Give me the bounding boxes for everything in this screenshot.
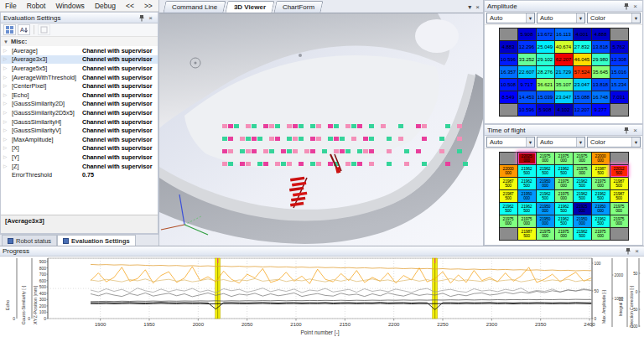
expander-icon[interactable]: ▷ — [3, 163, 7, 168]
property-row[interactable]: ▷[GaussSimilarity2D]Channel with supervi… — [1, 100, 158, 109]
expander-icon[interactable]: ▷ — [3, 154, 7, 159]
property-value[interactable]: Channel with supervisor — [82, 74, 158, 81]
property-value[interactable]: Channel with supervisor — [82, 82, 158, 90]
property-value[interactable]: Channel with supervisor — [82, 109, 158, 117]
expander-icon[interactable]: ▷ — [3, 83, 7, 88]
svg-text:2200: 2200 — [388, 322, 400, 327]
surface-dot — [299, 54, 302, 57]
property-value[interactable]: Channel with supervisor — [82, 118, 158, 126]
alphabetical-sort-button[interactable]: A — [18, 24, 30, 35]
expander-icon[interactable]: ▷ — [3, 110, 7, 115]
expander-icon[interactable]: ▷ — [3, 75, 7, 80]
close-icon[interactable]: × — [631, 2, 640, 11]
amplitude-colormode-dropdown[interactable]: Color▼ — [587, 13, 641, 23]
heatmap-cell: 21962500 — [517, 177, 536, 189]
categorized-sort-button[interactable] — [3, 24, 16, 35]
heatmap-cell: 21987500 — [610, 177, 628, 189]
tab-icon — [8, 238, 13, 244]
property-row[interactable]: ▷[GaussSimilarityV]Channel with supervis… — [1, 126, 158, 135]
expander-icon[interactable]: ▷ — [3, 127, 7, 132]
property-row[interactable]: ▷[GaussSimilarityH]Channel with supervis… — [1, 117, 158, 127]
property-value[interactable]: Channel with supervisor — [82, 163, 158, 170]
property-row[interactable]: ▷[CenterPixel]Channel with supervisor — [1, 81, 158, 91]
svg-text:50: 50 — [633, 272, 638, 276]
property-pages-button[interactable] — [38, 24, 50, 35]
tab-chartform[interactable]: ChartForm — [274, 1, 324, 13]
property-row[interactable]: ▷[X]Channel with supervisor — [1, 144, 158, 153]
property-row[interactable]: ▷[MaxAmplitude]Channel with supervisor — [1, 135, 158, 144]
menu-item-windows[interactable]: Windows — [50, 2, 89, 10]
property-name: ▷[GaussSimilarity2D] — [1, 100, 82, 107]
3d-viewport[interactable] — [159, 13, 483, 246]
menu-item-robot[interactable]: Robot — [22, 2, 51, 10]
property-name: ▷[Average5x5] — [1, 65, 82, 72]
pin-icon[interactable] — [623, 246, 632, 256]
amplitude-scale-max-dropdown[interactable]: Auto▼ — [537, 13, 585, 23]
tab-evaluation-settings[interactable]: Evaluation Settings — [57, 235, 136, 246]
tof-scale-min-dropdown[interactable]: Auto▼ — [486, 137, 535, 148]
heatmap-cell: 62.207 — [554, 53, 573, 65]
progress-title: Progress — [3, 247, 623, 255]
property-category[interactable]: ▼Misc: — [1, 37, 158, 46]
property-value[interactable]: Channel with supervisor — [82, 65, 158, 72]
tab-command-line[interactable]: Command Line — [164, 1, 226, 13]
property-value[interactable]: Channel with supervisor — [82, 55, 158, 63]
property-value[interactable]: Channel with supervisor — [82, 100, 158, 107]
close-icon[interactable]: × — [146, 13, 155, 23]
chevron-down-icon: ▼ — [576, 137, 584, 147]
tab-robot-status[interactable]: Robot status — [2, 235, 57, 246]
tof-colormode-dropdown[interactable]: Color▼ — [587, 137, 641, 148]
expander-icon[interactable]: ▷ — [3, 92, 7, 97]
pin-icon[interactable] — [621, 126, 631, 135]
heatmap-cell: 22000000 — [591, 152, 610, 164]
property-row[interactable]: ErrorThreshold0.75 — [1, 170, 158, 179]
expander-icon[interactable]: ▷ — [3, 65, 7, 70]
property-value[interactable]: 0.75 — [82, 171, 158, 179]
property-row[interactable]: ▷[Z]Channel with supervisor — [1, 162, 158, 171]
expander-icon[interactable]: ▷ — [3, 56, 7, 61]
svg-text:800: 800 — [39, 266, 47, 271]
property-value[interactable]: Channel with supervisor — [82, 144, 158, 152]
heatmap-cell: 16.113 — [554, 28, 573, 40]
heatmap-cell: 10.508 — [499, 78, 517, 91]
expander-icon[interactable]: ▷ — [3, 101, 7, 106]
property-value[interactable]: Channel with supervisor — [82, 127, 158, 134]
expander-icon[interactable]: ▷ — [3, 137, 7, 142]
property-row[interactable]: ▷[Average3x3]Channel with supervisor — [1, 55, 158, 65]
property-value[interactable]: Channel with supervisor — [82, 47, 158, 54]
amplitude-scale-min-dropdown[interactable]: Auto▼ — [486, 13, 535, 23]
tab-list-dropdown-icon[interactable]: ▾ — [468, 3, 471, 11]
heatmap-cell: 5.908 — [517, 28, 536, 40]
heatmap-cell: 21975000 — [591, 227, 610, 240]
menu-item-file[interactable]: File — [0, 2, 22, 10]
expander-icon[interactable]: ▷ — [3, 145, 7, 150]
menu-item-[interactable]: << — [121, 2, 139, 10]
property-value[interactable]: Channel with supervisor — [82, 136, 158, 143]
tof-scale-max-dropdown[interactable]: Auto▼ — [537, 137, 585, 148]
property-row[interactable]: ▷[Average]Channel with supervisor — [1, 46, 158, 55]
close-icon[interactable]: × — [632, 246, 641, 256]
close-tab-icon[interactable]: × — [475, 3, 480, 11]
property-row[interactable]: ▷[GaussSimilarity2D5x5]Channel with supe… — [1, 108, 158, 117]
svg-text:100: 100 — [595, 262, 601, 266]
property-row[interactable]: ▷[AverageWithThreshold]Channel with supe… — [1, 73, 158, 82]
property-row[interactable]: ▷[Y]Channel with supervisor — [1, 153, 158, 162]
property-row[interactable]: ▷[Average5x5]Channel with supervisor — [1, 64, 158, 73]
heatmap-cell: 21950000 — [536, 215, 554, 227]
toolbar-separator — [34, 25, 34, 34]
heatmap-cell: 7.031 — [610, 91, 628, 103]
menu-item-debug[interactable]: Debug — [90, 2, 121, 10]
expander-icon[interactable]: ▷ — [3, 48, 7, 53]
svg-text:2000: 2000 — [193, 322, 205, 327]
tab-3d-viewer[interactable]: 3D Viewer — [226, 1, 275, 13]
expander-icon[interactable]: ▷ — [3, 119, 7, 124]
property-value[interactable]: Channel with supervisor — [82, 153, 158, 161]
heatmap-cell — [499, 152, 517, 164]
close-icon[interactable]: × — [631, 126, 640, 135]
pin-icon[interactable] — [621, 2, 631, 11]
property-value[interactable]: Channel with supervisor — [82, 91, 158, 99]
property-row[interactable]: ▷[Echo]Channel with supervisor — [1, 91, 158, 100]
menu-item-[interactable]: >> — [139, 2, 158, 10]
heatmap-cell: 13.818 — [591, 40, 610, 53]
pin-icon[interactable] — [137, 13, 146, 23]
